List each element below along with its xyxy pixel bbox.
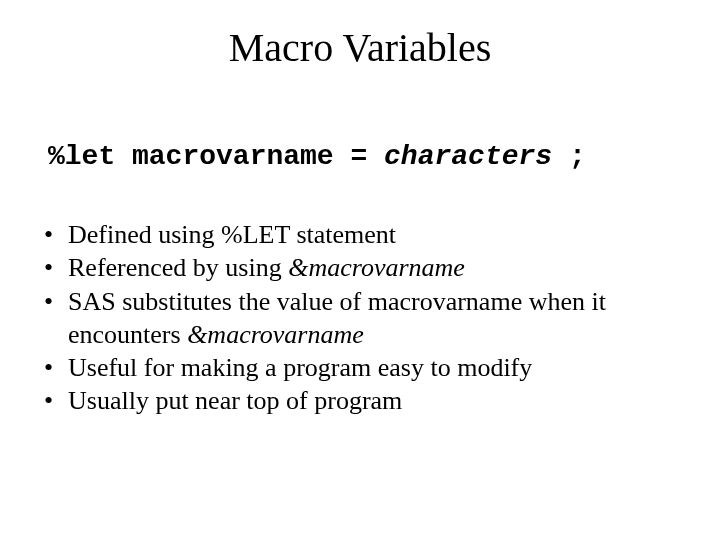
slide-title: Macro Variables (0, 0, 720, 71)
list-item: Usually put near top of program (40, 384, 680, 417)
bullet-list: Defined using %LET statement Referenced … (0, 218, 720, 418)
slide: Macro Variables %let macrovarname = char… (0, 0, 720, 540)
code-text-2: ; (552, 141, 586, 172)
code-text-1: %let macrovarname = (48, 141, 384, 172)
bullet-text: Referenced by using (68, 253, 288, 282)
code-example: %let macrovarname = characters ; (0, 141, 720, 172)
code-placeholder: characters (384, 141, 552, 172)
list-item: Defined using %LET statement (40, 218, 680, 251)
list-item: SAS substitutes the value of macrovarnam… (40, 285, 680, 352)
bullet-text-italic: &macrovarname (288, 253, 465, 282)
bullet-text: Useful for making a program easy to modi… (68, 353, 532, 382)
list-item: Useful for making a program easy to modi… (40, 351, 680, 384)
bullet-text: Defined using %LET statement (68, 220, 396, 249)
bullet-text-italic: &macrovarname (187, 320, 364, 349)
bullet-text: Usually put near top of program (68, 386, 402, 415)
list-item: Referenced by using &macrovarname (40, 251, 680, 284)
